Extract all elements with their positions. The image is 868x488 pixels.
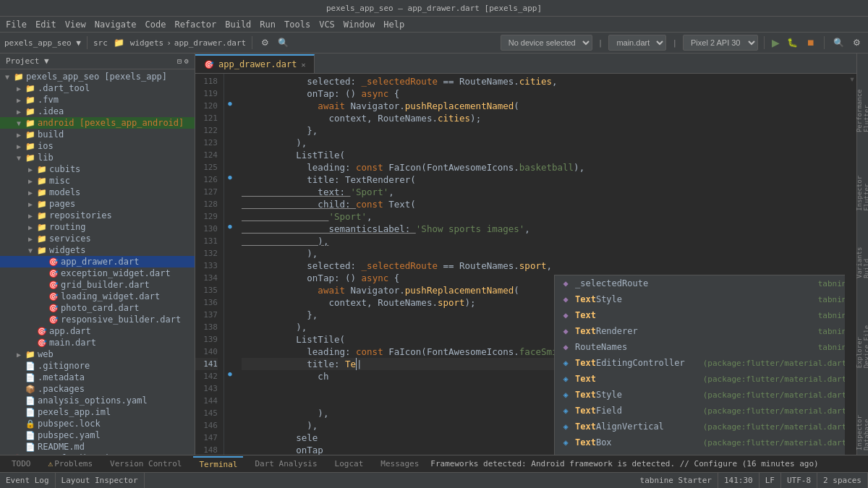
tree-item-iml[interactable]: 📄 pexels_app.iml (0, 406, 195, 418)
ac-item-textrenderer[interactable]: ◆ TextRenderer tabnine (555, 323, 845, 339)
toolbar-settings-btn[interactable]: ⚙ (258, 36, 272, 49)
code-line-123: ), (242, 137, 839, 149)
sdk-selector[interactable]: Pixel 2 API 30 (683, 35, 758, 51)
tab-problems[interactable]: ⚠ Problems (43, 456, 99, 472)
ac-item-text-pkg[interactable]: ◈ Text (package:flutter/material.dart) (555, 371, 845, 387)
tree-item-exception[interactable]: 🎯 exception_widget.dart (0, 267, 195, 279)
tree-label-web: web (38, 349, 54, 359)
sidebar-settings-icon[interactable]: ⚙ (184, 57, 189, 65)
tree-item-grid[interactable]: 🎯 grid_builder.dart (0, 279, 195, 291)
tab-messages[interactable]: Messages (375, 456, 425, 472)
tree-item-widgets[interactable]: ▼ 📁 widgets (0, 244, 195, 256)
tree-item-root[interactable]: ▼ 📁 pexels_app_seo [pexels_app] (0, 71, 195, 82)
menu-edit[interactable]: Edit (35, 20, 56, 30)
tree-item-responsive[interactable]: 🎯 responsive_builder.dart (0, 314, 195, 325)
device-selector[interactable]: No device selected (501, 35, 592, 51)
tab-todo[interactable]: TODO (6, 456, 37, 472)
ac-item-textalignvertical[interactable]: ◈ TextAlignVertical (package:flutter/mat… (555, 419, 845, 435)
tree-item-metadata[interactable]: 📄 .metadata (0, 372, 195, 383)
project-selector[interactable]: pexels_app_seo ▼ (4, 38, 81, 48)
menu-view[interactable]: View (65, 20, 86, 30)
tab-dart-analysis[interactable]: Dart Analysis (249, 456, 323, 472)
code-content[interactable]: selected: _selectedRoute == RouteNames.c… (236, 74, 845, 455)
toolbar-open-btn[interactable]: 📁 (111, 36, 127, 49)
run-button[interactable]: ▶ (770, 35, 781, 50)
tree-item-fvm[interactable]: ▶ 📁 .fvm (0, 94, 195, 106)
ac-item-textbox[interactable]: ◈ TextBox (package:flutter/material.dart… (555, 435, 845, 450)
tree-item-web[interactable]: ▶ 📁 web (0, 348, 195, 360)
flutter-performance-tab[interactable]: Flutter Performance (855, 56, 869, 137)
sidebar-collapse-icon[interactable]: ⊟ (177, 57, 182, 65)
tree-item-misc[interactable]: ▶ 📁 misc (0, 175, 195, 187)
status-tabnine[interactable]: tabnine Starter (634, 473, 718, 488)
menu-refactor[interactable]: Refactor (174, 20, 216, 30)
device-file-explorer-tab[interactable]: Device File Explorer (855, 288, 869, 372)
tree-item-dart-tool[interactable]: ▶ 📁 .dart_tool (0, 82, 195, 94)
ac-item-textstyle-pkg[interactable]: ◈ TextStyle (package:flutter/material.da… (555, 387, 845, 403)
tree-item-photo[interactable]: 🎯 photo_card.dart (0, 302, 195, 314)
flutter-inspector-tab[interactable]: Flutter Inspector (855, 142, 869, 215)
toolbar-search-btn[interactable]: 🔍 (275, 36, 292, 49)
menu-build[interactable]: Build (225, 20, 251, 30)
tab-version-control[interactable]: Version Control (104, 456, 187, 472)
tree-item-android[interactable]: ▼ 📁 android [pexels_app_android] (0, 117, 195, 129)
tree-item-idea[interactable]: ▶ 📁 .idea (0, 106, 195, 117)
tree-item-app-drawer[interactable]: 🎯 app_drawer.dart (0, 256, 195, 267)
database-inspector-tab[interactable]: Database Inspector (855, 378, 869, 455)
search-everywhere-btn[interactable]: 🔍 (830, 36, 847, 49)
gear-btn[interactable]: ⚙ (850, 36, 864, 49)
tree-item-repositories[interactable]: ▶ 📁 repositories (0, 210, 195, 221)
menu-help[interactable]: Help (383, 20, 404, 30)
status-event-log[interactable]: Event Log (0, 473, 56, 488)
tree-item-analysis[interactable]: 📄 analysis_options.yaml (0, 395, 195, 406)
menu-run[interactable]: Run (260, 20, 276, 30)
ac-item-selectedroute[interactable]: ◆ _selectedRoute tabnine (555, 275, 845, 291)
menu-navigate[interactable]: Navigate (95, 20, 137, 30)
tree-item-lib[interactable]: ▼ 📁 lib (0, 152, 195, 163)
status-lf[interactable]: LF (760, 473, 781, 488)
file-icon-iml: 📄 (25, 408, 36, 417)
status-indent[interactable]: 2 spaces (817, 473, 868, 488)
tree-item-loading[interactable]: 🎯 loading_widget.dart (0, 291, 195, 302)
ac-item-text-tab[interactable]: ◆ Text tabnine (555, 307, 845, 323)
tree-item-ios[interactable]: ▶ 📁 ios (0, 140, 195, 152)
toolbar-src-root: src (93, 38, 108, 48)
tree-item-models[interactable]: ▶ 📁 models (0, 187, 195, 198)
autocomplete-popup[interactable]: ◆ _selectedRoute tabnine ◆ TextStyle tab… (554, 275, 845, 455)
tree-item-gitignore[interactable]: 📄 .gitignore (0, 360, 195, 372)
ac-icon-7: ◈ (561, 373, 571, 385)
debug-button[interactable]: 🐛 (784, 36, 801, 49)
menu-file[interactable]: File (6, 20, 27, 30)
ac-item-texteditingcontroller[interactable]: ◈ TextEditingController (package:flutter… (555, 355, 845, 371)
menu-tools[interactable]: Tools (284, 20, 310, 30)
tree-item-services[interactable]: ▶ 📁 services (0, 233, 195, 244)
sidebar-header[interactable]: Project ▼ ⊟ ⚙ (0, 53, 195, 69)
tree-item-app-dart[interactable]: 🎯 app.dart (0, 325, 195, 337)
menu-window[interactable]: Window (344, 20, 375, 30)
ac-item-textbutton[interactable]: ◈ TextButton (package:flutter/material.d… (555, 450, 845, 455)
ac-item-textstyle-tab[interactable]: ◆ TextStyle tabnine (555, 291, 845, 307)
tree-item-pubspec-yaml[interactable]: 📄 pubspec.yaml (0, 429, 195, 441)
tree-item-cubits[interactable]: ▶ 📁 cubits (0, 163, 195, 175)
tab-terminal[interactable]: Terminal (193, 456, 243, 472)
tree-item-pubspec-lock[interactable]: 🔒 pubspec.lock (0, 418, 195, 429)
tree-item-build[interactable]: ▶ 📁 build (0, 129, 195, 140)
tree-item-packages[interactable]: 📦 .packages (0, 383, 195, 395)
menu-code[interactable]: Code (145, 20, 166, 30)
tab-close-btn[interactable]: ✕ (301, 61, 305, 69)
ac-item-routenames[interactable]: ◆ RouteNames tabnine (555, 339, 845, 355)
build-variants-tab[interactable]: Build Variants (855, 221, 869, 283)
status-position[interactable]: 141:30 (718, 473, 760, 488)
status-layout-inspector[interactable]: Layout Inspector (56, 473, 145, 488)
tab-app-drawer[interactable]: 🎯 app_drawer.dart ✕ (195, 54, 315, 73)
tree-item-pages[interactable]: ▶ 📁 pages (0, 198, 195, 210)
tab-logcat[interactable]: Logcat (329, 456, 370, 472)
menu-vcs[interactable]: VCS (319, 20, 335, 30)
stop-button[interactable]: ⏹ (804, 36, 818, 49)
tree-item-main-dart[interactable]: 🎯 main.dart (0, 337, 195, 348)
ac-item-textfield[interactable]: ◈ TextField (package:flutter/material.da… (555, 403, 845, 419)
tree-item-readme[interactable]: 📄 README.md (0, 441, 195, 453)
tree-item-routing[interactable]: ▶ 📁 routing (0, 221, 195, 233)
run-config-selector[interactable]: main.dart (608, 35, 666, 51)
status-encoding[interactable]: UTF-8 (781, 473, 817, 488)
